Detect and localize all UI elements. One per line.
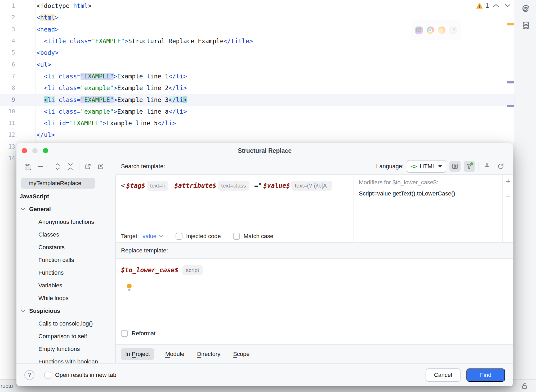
tree-item-empty-functions[interactable]: Empty functions bbox=[16, 343, 115, 355]
reformat-checkbox[interactable]: Reformat bbox=[121, 330, 155, 337]
existing-templates-button[interactable] bbox=[449, 161, 461, 172]
line-number: 7 bbox=[0, 73, 15, 79]
save-template-button[interactable] bbox=[22, 161, 33, 172]
expand-all-button[interactable] bbox=[52, 161, 63, 172]
cancel-button[interactable]: Cancel bbox=[426, 368, 461, 382]
tree-item-comparison-to-self[interactable]: Comparison to self bbox=[16, 330, 115, 343]
export-template-button[interactable] bbox=[83, 161, 93, 172]
tree-item-functions[interactable]: Functions bbox=[16, 266, 115, 279]
tree-item-label: Variables bbox=[38, 282, 62, 289]
minimize-window-button[interactable] bbox=[32, 148, 38, 153]
remove-template-button[interactable] bbox=[35, 161, 46, 172]
scope-tab-module[interactable]: Module bbox=[164, 348, 186, 360]
open-results-checkbox[interactable]: Open results in new tab bbox=[44, 372, 116, 378]
tree-item-while-loops[interactable]: While loops bbox=[16, 292, 115, 305]
line-number: 1 bbox=[0, 3, 15, 9]
variable-constraint-pill[interactable]: script bbox=[182, 265, 203, 275]
scope-tab-scope[interactable]: Scope bbox=[231, 348, 251, 360]
save-icon bbox=[24, 163, 32, 171]
tree-item-calls-to-console-log[interactable]: Calls to console.log() bbox=[16, 317, 115, 330]
code-line: 10 <li class="example">Example line a</l… bbox=[0, 106, 515, 117]
status-bar-text: ructu bbox=[1, 383, 13, 389]
line-number: 4 bbox=[0, 38, 15, 44]
inspections-widget[interactable]: 1 bbox=[476, 2, 512, 10]
chevron-up-icon bbox=[493, 3, 499, 8]
template-variable: $value$ bbox=[263, 182, 290, 189]
tree-item-general[interactable]: General bbox=[16, 203, 115, 216]
help-button[interactable]: ? bbox=[24, 370, 34, 380]
tree-item-label: Anonymous functions bbox=[38, 219, 94, 225]
find-button[interactable]: Find bbox=[466, 368, 505, 382]
scope-tab-directory[interactable]: Directory bbox=[195, 348, 222, 360]
target-dropdown[interactable]: value bbox=[142, 233, 157, 240]
injected-code-checkbox[interactable]: Injected code bbox=[176, 233, 221, 240]
scrollbar-mark[interactable] bbox=[507, 105, 514, 107]
checkbox-box bbox=[44, 372, 51, 378]
line-number: 11 bbox=[0, 120, 15, 126]
chevron-down-icon bbox=[20, 308, 26, 314]
checkbox-box bbox=[176, 233, 182, 240]
tree-item-classes[interactable]: Classes bbox=[16, 228, 115, 241]
next-problem-button[interactable] bbox=[503, 2, 512, 10]
tree-item-functions-with-boolean[interactable]: Functions with boolean bbox=[16, 355, 115, 363]
chrome-browser-icon[interactable] bbox=[427, 26, 434, 34]
code-line: 6<ul> bbox=[0, 59, 515, 70]
replace-template-content: $to_lower_case$ script bbox=[121, 265, 207, 275]
chevron-down-icon[interactable] bbox=[20, 206, 26, 214]
refresh-icon bbox=[497, 163, 504, 170]
modifiers-panel[interactable]: Modifiers for $to_lower_case$: Script=va… bbox=[354, 175, 513, 242]
tree-item-label: Comparison to self bbox=[38, 333, 87, 340]
zoom-window-button[interactable] bbox=[43, 148, 48, 153]
scrollbar-mark[interactable] bbox=[507, 81, 514, 83]
firefox-browser-icon[interactable] bbox=[438, 26, 445, 34]
collapse-all-icon bbox=[67, 163, 74, 171]
safari-browser-icon[interactable] bbox=[449, 26, 457, 34]
database-icon bbox=[521, 21, 530, 30]
variable-constraint-pill[interactable]: text=li bbox=[147, 181, 168, 191]
minus-icon bbox=[37, 163, 44, 170]
code-text: </ul> bbox=[37, 131, 55, 138]
line-number: 8 bbox=[0, 85, 15, 91]
code-text: <li id="EXAMPLE">Example line 5</li> bbox=[37, 120, 176, 127]
code-line: 7 <li class="EXAMPLE">Example line 1</li… bbox=[0, 70, 515, 82]
prev-problem-button[interactable] bbox=[492, 2, 501, 10]
tree-item-suspicious[interactable]: Suspicious bbox=[16, 305, 115, 317]
ai-assistant-button[interactable] bbox=[515, 0, 536, 17]
intention-bulb-icon[interactable] bbox=[126, 283, 133, 292]
pin-dialog-button[interactable] bbox=[482, 161, 492, 172]
modifier-script-value: Script=value.getText().toLowerCase() bbox=[359, 190, 455, 197]
templates-tree: JavaScriptGeneralAnonymous functionsClas… bbox=[16, 190, 115, 363]
goland-browser-icon[interactable]: GO bbox=[415, 26, 423, 34]
tree-item-function-calls[interactable]: Function calls bbox=[16, 254, 115, 266]
toolbar-separator bbox=[49, 162, 49, 171]
replace-template-editor[interactable]: $to_lower_case$ script Reformat bbox=[116, 259, 513, 344]
remove-modifier-button[interactable]: − bbox=[503, 192, 513, 201]
tree-item-constants[interactable]: Constants bbox=[16, 241, 115, 254]
readonly-toggle[interactable] bbox=[520, 382, 529, 391]
reset-button[interactable] bbox=[495, 161, 506, 172]
tree-item-variables[interactable]: Variables bbox=[16, 279, 115, 292]
selected-template-item[interactable]: myTemplateReplace bbox=[21, 178, 95, 189]
chevron-down-icon[interactable] bbox=[20, 308, 26, 315]
tree-item-anonymous-functions[interactable]: Anonymous functions bbox=[16, 216, 115, 228]
search-template-editor[interactable]: <$tag$text=li$attribute$text=class="$val… bbox=[116, 175, 354, 242]
match-case-checkbox[interactable]: Match case bbox=[233, 233, 274, 240]
import-template-button[interactable] bbox=[95, 161, 106, 172]
search-template-content: <$tag$text=li$attribute$text=class="$val… bbox=[121, 181, 354, 191]
search-template-header: Search template: Language: <> HTML bbox=[116, 158, 513, 175]
tree-item-label: Functions bbox=[38, 269, 64, 276]
variable-constraint-pill[interactable]: text=(?-i)\b[A- bbox=[291, 181, 332, 191]
scrollbar-mark[interactable] bbox=[507, 23, 514, 25]
tree-item-javascript[interactable]: JavaScript bbox=[16, 190, 115, 203]
close-window-button[interactable] bbox=[22, 148, 27, 153]
database-button[interactable] bbox=[515, 17, 536, 34]
filter-active-dot bbox=[470, 162, 474, 166]
pin-icon bbox=[483, 163, 491, 170]
language-dropdown[interactable]: <> HTML bbox=[407, 160, 446, 173]
add-modifier-button[interactable]: + bbox=[503, 177, 513, 186]
filter-button[interactable] bbox=[464, 161, 475, 172]
line-number: 6 bbox=[0, 61, 15, 68]
collapse-all-button[interactable] bbox=[65, 161, 76, 172]
scope-tab-in-project[interactable]: In Project bbox=[121, 348, 154, 360]
variable-constraint-pill[interactable]: text=class bbox=[218, 181, 249, 191]
